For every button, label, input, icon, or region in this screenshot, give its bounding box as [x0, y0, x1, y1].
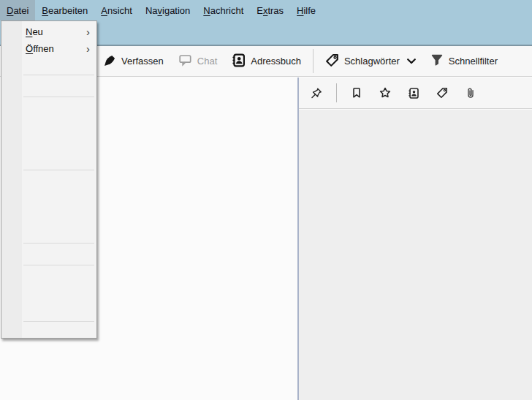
thread-pane[interactable] [299, 110, 532, 400]
chevron-down-icon [407, 59, 416, 64]
menu-separator [23, 97, 94, 97]
address-book-label: Adressbuch [251, 56, 301, 67]
menu-navigation[interactable]: Navigation [139, 0, 197, 20]
menu-nachricht[interactable]: Nachricht [197, 0, 250, 20]
menu-separator [23, 243, 94, 244]
compose-label: Verfassen [121, 56, 164, 67]
menu-hilfe[interactable]: Hilfe [290, 0, 322, 20]
compose-button[interactable]: Verfassen [96, 49, 171, 74]
chat-label: Chat [197, 56, 217, 67]
menu-item-label: Öffnen [26, 43, 54, 54]
tag-icon[interactable] [432, 83, 452, 103]
quick-filter-label: Schnellfilter [449, 56, 498, 67]
tags-button[interactable]: Schlagwörter [318, 49, 423, 74]
mail-app-window: Datei Bearbeiten Ansicht Navigation Nach… [0, 0, 532, 400]
funnel-icon [430, 53, 444, 69]
submenu-arrow-icon: › [86, 26, 90, 37]
tags-label: Schlagwörter [344, 56, 400, 67]
pen-icon [104, 54, 116, 69]
menu-separator [23, 321, 94, 322]
menu-extras[interactable]: Extras [250, 0, 290, 20]
menu-separator [23, 170, 94, 170]
menu-separator [23, 75, 94, 75]
address-book-icon [232, 53, 246, 69]
menu-item-oeffnen[interactable]: Öffnen › [1, 40, 96, 57]
submenu-arrow-icon: › [86, 43, 90, 54]
menu-ansicht[interactable]: Ansicht [94, 0, 139, 20]
menu-icon-gutter [1, 21, 22, 338]
menu-separator [23, 265, 94, 265]
menu-bearbeiten[interactable]: Bearbeiten [35, 0, 94, 20]
menu-bar: Datei Bearbeiten Ansicht Navigation Nach… [0, 0, 532, 20]
quick-filter-button[interactable]: Schnellfilter [423, 49, 505, 74]
contact-icon[interactable] [403, 83, 424, 103]
menu-item-neu[interactable]: Neu › [1, 23, 96, 40]
sticky-pin-icon[interactable] [306, 83, 327, 103]
bookmark-icon[interactable] [346, 83, 367, 103]
tag-icon [325, 53, 339, 69]
chat-bubble-icon [178, 53, 192, 69]
toolbar-separator [313, 49, 314, 73]
quick-filter-separator [336, 83, 337, 102]
message-list-pane [299, 78, 532, 400]
menu-item-label: Neu [26, 26, 43, 37]
menu-datei[interactable]: Datei [0, 0, 35, 20]
paperclip-icon[interactable] [460, 83, 481, 103]
address-book-button[interactable]: Adressbuch [224, 49, 308, 74]
quick-filter-bar [299, 78, 532, 109]
file-menu-popup: Neu › Öffnen › [1, 20, 97, 339]
star-icon[interactable] [375, 83, 395, 103]
chat-button[interactable]: Chat [171, 49, 224, 74]
